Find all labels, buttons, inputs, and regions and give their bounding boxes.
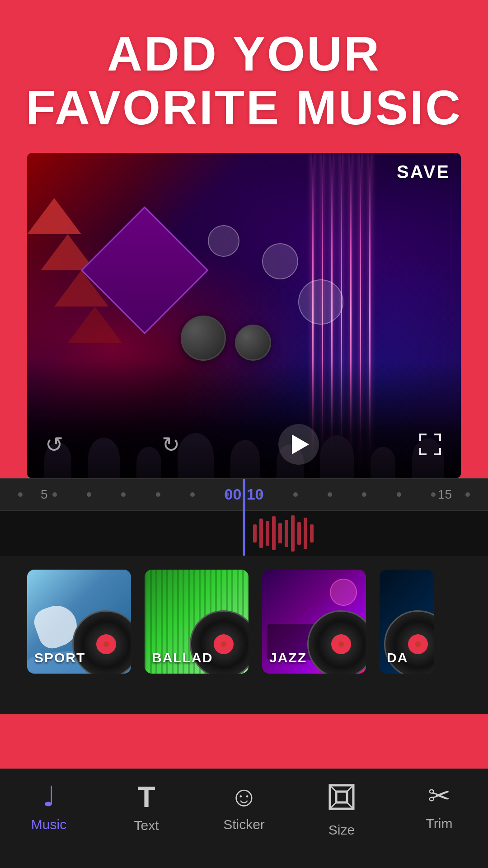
nav-label-sticker: Sticker <box>223 817 265 832</box>
music-card-label-ballad: BALLAD <box>152 650 213 665</box>
nav-label-music: Music <box>31 817 66 832</box>
waveform-bar <box>304 518 307 549</box>
music-card-label-da: DA <box>387 650 408 665</box>
timeline-ruler[interactable]: 5 00:10 15 <box>0 478 488 511</box>
music-genre-list: SPORT BALLAD JAZZ <box>0 556 488 687</box>
music-card-da[interactable]: DA <box>380 570 434 674</box>
lantern-3 <box>208 225 239 257</box>
timeline-dot <box>18 492 23 497</box>
size-icon <box>327 783 356 816</box>
video-controls: ↺ ↻ <box>27 415 461 478</box>
nav-item-music[interactable]: ♩ Music <box>13 783 85 832</box>
music-spacer <box>0 687 488 714</box>
fullscreen-icon <box>418 432 443 457</box>
svg-rect-7 <box>439 448 441 455</box>
waveform-bar <box>272 516 276 550</box>
timeline-label-15: 15 <box>438 487 452 502</box>
vinyl-dot <box>338 642 344 647</box>
timeline-dot <box>328 492 332 497</box>
waveform-bar <box>278 523 282 543</box>
light-orb <box>330 579 357 606</box>
waveform-bar <box>285 520 288 547</box>
timeline-dot <box>87 492 91 497</box>
music-card-ballad[interactable]: BALLAD <box>145 570 249 674</box>
nav-item-trim[interactable]: ✂ Trim <box>403 783 475 831</box>
vinyl-dot <box>415 642 421 647</box>
vinyl-dot <box>221 642 226 647</box>
mic-ball-1 <box>181 316 226 361</box>
undo-icon: ↺ <box>45 432 63 457</box>
text-icon: T <box>137 783 155 811</box>
waveform-bars <box>244 511 488 556</box>
timeline-dot <box>52 492 57 497</box>
trim-icon: ✂ <box>428 783 450 810</box>
music-icon: ♩ <box>42 783 56 811</box>
timeline-dot <box>190 492 195 497</box>
redo-button[interactable]: ↻ <box>162 432 180 457</box>
timeline-dot <box>293 492 298 497</box>
svg-rect-5 <box>419 448 421 455</box>
svg-rect-1 <box>419 434 421 441</box>
waveform-bar <box>259 519 263 548</box>
timeline-dot <box>362 492 366 497</box>
music-card-label-sport: SPORT <box>34 650 85 665</box>
nav-item-text[interactable]: T Text <box>110 783 183 833</box>
music-card-label-jazz: JAZZ <box>269 650 307 665</box>
timeline-dot <box>121 492 126 497</box>
music-card-sport[interactable]: SPORT <box>27 570 131 674</box>
vinyl-center <box>408 634 428 654</box>
svg-rect-9 <box>336 792 347 802</box>
waveform-bar <box>310 524 314 542</box>
video-player: SAVE ↺ ↻ <box>27 153 461 478</box>
save-button[interactable]: SAVE <box>397 162 450 182</box>
waveform-bar <box>266 521 269 546</box>
waveform-bar <box>253 524 257 542</box>
undo-button[interactable]: ↺ <box>45 432 63 457</box>
music-card-jazz[interactable]: JAZZ <box>262 570 366 674</box>
nav-label-size: Size <box>328 822 355 838</box>
vinyl-center <box>214 634 234 654</box>
timeline-dot <box>156 492 160 497</box>
header: ADD YOUR FAVORITE MUSIC <box>0 0 488 153</box>
bottom-navigation: ♩ Music T Text ☺ Sticker Size ✂ Trim <box>0 769 488 868</box>
header-title-line1: ADD YOUR <box>18 27 470 81</box>
waveform-bar <box>297 522 301 545</box>
waveform-bar <box>291 515 295 552</box>
vinyl-center <box>96 634 116 654</box>
header-title-line2: FAVORITE MUSIC <box>18 81 470 135</box>
nav-label-trim: Trim <box>426 816 453 831</box>
sticker-icon: ☺ <box>230 783 258 811</box>
lantern-1 <box>262 243 298 279</box>
timeline-dot <box>431 492 436 497</box>
timeline-dot <box>465 492 470 497</box>
play-icon <box>292 434 309 454</box>
timeline-cursor <box>243 479 245 556</box>
vinyl-dot <box>103 642 109 647</box>
nav-item-size[interactable]: Size <box>305 783 378 838</box>
vinyl-center <box>331 634 351 654</box>
nav-label-text: Text <box>134 818 159 833</box>
fullscreen-button[interactable] <box>418 432 443 457</box>
nav-item-sticker[interactable]: ☺ Sticker <box>208 783 280 832</box>
mic-ball-2 <box>235 325 271 361</box>
play-button[interactable] <box>278 424 319 465</box>
svg-rect-3 <box>439 434 441 441</box>
timeline-wrapper: 5 00:10 15 <box>0 478 488 556</box>
timeline-dot <box>397 492 401 497</box>
timeline-label-5: 5 <box>41 487 48 502</box>
redo-icon: ↻ <box>162 432 180 457</box>
